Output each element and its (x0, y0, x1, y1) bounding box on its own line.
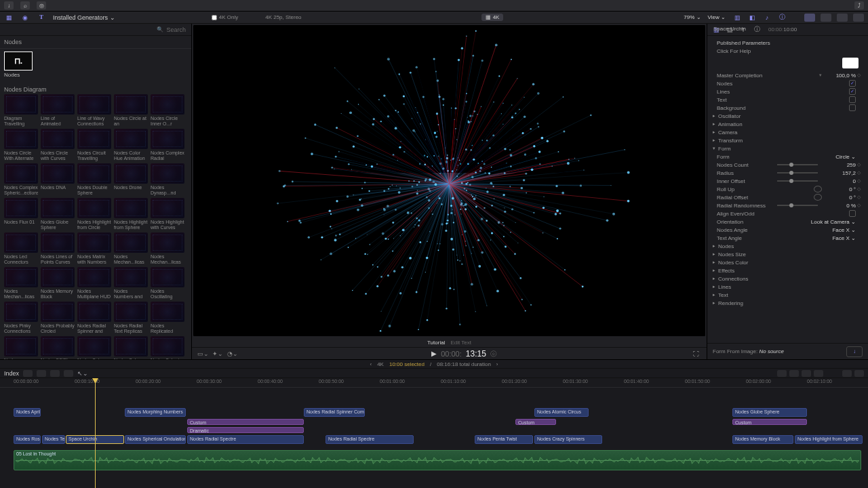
generator-item[interactable]: Nodes Radial Text Replicas (114, 302, 148, 334)
generator-item[interactable]: Nodes Drone (114, 163, 148, 196)
tl-arrow-tool[interactable]: ↖⌄ (77, 370, 88, 377)
keyword-icon[interactable]: ⌕ (20, 1, 30, 9)
layout-btn-1[interactable] (804, 14, 815, 22)
generator-item[interactable]: Nodes Sphere with Text (114, 336, 148, 359)
timeline-clip[interactable]: Nodes Rose... (14, 435, 41, 444)
generator-item[interactable]: Nodes Mechan...licas 02 (151, 232, 184, 265)
group-animation[interactable]: Animation (707, 120, 868, 128)
generator-item[interactable]: Nodes Complex Spheric...ections (4, 163, 38, 196)
generator-item[interactable]: Nodes Replicated Circles of Circles (151, 302, 184, 334)
tl-tool-3[interactable] (50, 370, 60, 377)
play-button[interactable]: ▶ (431, 350, 437, 357)
inspector-video-icon[interactable]: ▥ (732, 13, 742, 22)
generator-item[interactable]: Diagram Travelling (4, 94, 38, 127)
tl-tool-4[interactable] (64, 370, 73, 377)
titles-icon[interactable]: 𝐓 (37, 13, 46, 22)
timeline-clip[interactable]: Nodes Spherical Ondulation (125, 435, 186, 444)
generator-item[interactable]: Nodes Sphere with Atoms (77, 336, 111, 359)
inspector-tab-info[interactable]: ⓘ (752, 26, 762, 34)
param-background[interactable]: Background (707, 104, 868, 112)
timeline-clip[interactable]: Nodes Morphing Numbers (125, 408, 186, 417)
group-camera[interactable]: Camera (707, 128, 868, 136)
generator-item[interactable]: Nodes Mechan...licas 01 (114, 232, 148, 265)
timeline-clip[interactable]: Nodes Radial Spinner Complex (304, 408, 365, 417)
generator-item[interactable]: Nodes Circle with Curves (41, 129, 75, 161)
timeline-clip[interactable]: Custom (732, 419, 807, 425)
tl-prev-icon[interactable]: ‹ (370, 361, 372, 367)
timeline-body[interactable]: 00:00:00:0000:00:10:0000:00:20:0000:00:3… (0, 378, 868, 488)
tl-audio-skim-icon[interactable] (789, 370, 799, 377)
generator-item[interactable]: Line of Animated Curves (41, 94, 75, 127)
layout-btn-3[interactable] (837, 14, 848, 22)
zoom-percent[interactable]: 79% ⌄ (684, 14, 701, 20)
generator-item[interactable]: Nodes Led Connectors (4, 232, 38, 265)
generator-item[interactable]: Nodes Memory Block (41, 267, 75, 300)
timeline-clip[interactable]: Nodes Globe Sphere (732, 408, 807, 417)
layout-btn-2[interactable] (821, 14, 831, 22)
generator-item[interactable]: Nodes Mechan...licas 03 (4, 267, 38, 300)
group-effects[interactable]: Effects (707, 266, 868, 274)
group-transform[interactable]: Transform (707, 136, 868, 144)
generator-item[interactable]: Nodes Highlight with Curves (151, 198, 184, 230)
group-text[interactable]: Text (707, 291, 868, 299)
tag-icon[interactable]: ◎ (37, 1, 46, 9)
retime-menu[interactable]: ◔⌄ (227, 350, 238, 358)
param-align-even-odd[interactable]: Align Even/Odd (707, 209, 868, 218)
timeline-clip[interactable]: Nodes Text... (42, 435, 65, 444)
generator-item[interactable]: Nodes Matrix with Numbers (77, 232, 111, 265)
tl-tool-1[interactable] (23, 370, 33, 377)
param-orientation[interactable]: OrientationLook at Camera ⌄ (707, 218, 868, 226)
generator-item[interactable]: Nodes Circle Inner O...r Radius (151, 94, 184, 127)
tl-skimming-icon[interactable] (777, 370, 787, 377)
timeline-clip[interactable]: Nodes Radial Spectre (326, 435, 414, 444)
generator-item[interactable]: Nodes Replicated Grid on a Circle (4, 336, 38, 359)
timeline-clip[interactable]: Nodes Memory Block (732, 435, 793, 444)
playhead[interactable] (95, 378, 96, 488)
group-nodes[interactable]: Nodes (707, 242, 868, 250)
fullscreen-icon[interactable]: ⛶ (690, 350, 701, 358)
param-text[interactable]: Text (707, 96, 868, 104)
tools-menu[interactable]: ✦⌄ (212, 350, 223, 358)
timeline-clip[interactable]: Dramatic (187, 427, 304, 433)
generator-item[interactable]: Nodes Radial Spinner and Text (77, 302, 111, 334)
viewer-canvas[interactable] (193, 25, 705, 336)
generator-item[interactable]: Nodes Pinky Connections (4, 302, 38, 334)
generator-item[interactable]: Nodes SCIFI Pentagon Tunnel (41, 336, 75, 359)
group-lines[interactable]: Lines (707, 283, 868, 291)
timeline-clip[interactable]: Nodes Atomic Circus (534, 408, 589, 417)
master-generator-item[interactable]: ⊓. Nodes (0, 49, 191, 81)
layout-btn-4[interactable] (853, 14, 864, 22)
generator-item[interactable]: Nodes Dynasp...nd Text (151, 163, 184, 196)
timeline-clip[interactable]: Nodes April... (14, 408, 41, 417)
share-icon[interactable]: ⤴ (854, 1, 864, 9)
help-row[interactable]: Click For Help (707, 47, 868, 55)
save-preset-button[interactable]: ↓ (846, 346, 863, 357)
tl-solo-icon[interactable] (802, 370, 811, 377)
tl-snap-icon[interactable] (814, 370, 823, 377)
generator-item[interactable]: Nodes Double Sphere (77, 163, 111, 196)
generator-item[interactable]: Nodes Multiplane HUD Grid (77, 267, 111, 300)
timeline-clip[interactable]: Nodes Penta Twist (475, 435, 533, 444)
param-radius[interactable]: Radius157,2◇ (707, 169, 868, 177)
photos-icon[interactable]: ◉ (20, 13, 30, 22)
category-header[interactable]: Nodes (0, 36, 191, 49)
tl-tool-2[interactable] (37, 370, 46, 377)
generator-item[interactable]: Nodes Spheric Motion...Letters (151, 336, 184, 359)
group-rendering[interactable]: Rendering (707, 299, 868, 307)
generator-item[interactable]: Line of Wavy Connections (77, 94, 111, 127)
audio-clip[interactable]: 05 Lost In Thought (14, 450, 861, 470)
media-icon[interactable]: ▦ (4, 13, 14, 22)
generator-item[interactable]: Nodes Circuit Travelling (77, 129, 111, 161)
generator-item[interactable]: Nodes DNA (41, 163, 75, 196)
generator-item[interactable]: Nodes Highlight from Circle (77, 198, 111, 230)
inspector-audio-icon[interactable]: ♪ (762, 13, 772, 22)
index-button[interactable]: Index (4, 370, 19, 377)
param-roll-up[interactable]: Roll Up0 °◇ (707, 185, 868, 193)
param-lines[interactable]: Lines✓ (707, 87, 868, 96)
param-radial-randomness[interactable]: Radial Randomness0 %◇ (707, 201, 868, 209)
timeline-clip[interactable]: Nodes Highlight from Sphere (795, 435, 863, 444)
generator-item[interactable]: Nodes Flux 01 (4, 198, 38, 230)
generator-item[interactable]: Nodes Color Hue Animation (114, 129, 148, 161)
param-form-type[interactable]: FormCircle ⌄ (707, 152, 868, 161)
param-nodes-angle[interactable]: Nodes AngleFace X ⌄ (707, 226, 868, 234)
